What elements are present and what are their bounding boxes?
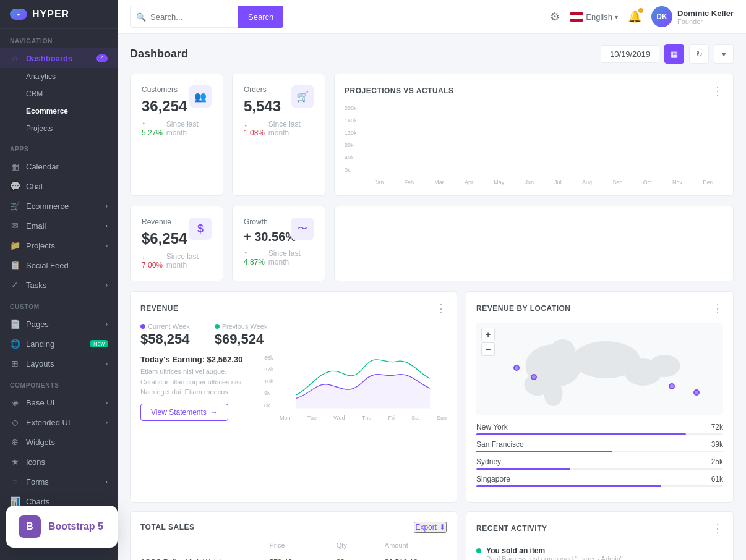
chevron-right-icon: › <box>106 360 108 367</box>
chevron-right-icon: › <box>106 478 108 485</box>
topbar: 🔍 Search ⚙ English ▾ 🔔 DK Dominic Keller… <box>118 0 746 34</box>
sidebar-item-chat[interactable]: 💬 Chat <box>0 176 118 196</box>
change-since: Since last month <box>268 120 314 137</box>
dot-green <box>215 324 220 329</box>
search-icon: 🔍 <box>136 12 146 22</box>
svg-point-5 <box>650 355 680 377</box>
landing-icon: 🌐 <box>10 339 20 349</box>
card-header: REVENUE ⋮ <box>140 302 447 315</box>
sidebar-item-projects-app[interactable]: 📁 Projects › <box>0 235 118 255</box>
sidebar-item-ecommerce[interactable]: Ecommerce <box>0 103 118 120</box>
sidebar-item-extended-ui[interactable]: ◇ Extended UI › <box>0 412 118 432</box>
bar-groups <box>364 105 723 173</box>
refresh-btn[interactable]: ↻ <box>689 44 709 64</box>
more-options-icon[interactable]: ⋮ <box>712 522 723 535</box>
sidebar-item-icons[interactable]: ★ Icons <box>0 452 118 472</box>
sidebar-item-dashboards[interactable]: ⌂ Dashboards 4 <box>0 48 118 68</box>
sidebar-item-base-ui[interactable]: ◈ Base UI › <box>0 392 118 412</box>
total-sales-title: TOTAL SALES <box>140 523 195 532</box>
sidebar-item-widgets[interactable]: ⊕ Widgets <box>0 432 118 452</box>
sidebar-item-crm[interactable]: CRM <box>0 85 118 103</box>
more-options-icon[interactable]: ⋮ <box>712 302 723 315</box>
location-bar <box>476 433 686 435</box>
sidebar-item-email[interactable]: ✉ Email › <box>0 216 118 235</box>
location-dot-ny <box>531 374 537 380</box>
location-bar-wrap <box>476 468 723 470</box>
sidebar-item-projects[interactable]: Projects <box>0 120 118 137</box>
user-profile[interactable]: DK Dominic Keller Founder <box>651 6 734 27</box>
sidebar-item-label: Projects <box>26 241 55 250</box>
download-icon: ⬇ <box>439 523 445 532</box>
bootstrap-text: Bootstrap 5 <box>48 521 103 532</box>
revenue-card-title: REVENUE <box>140 304 179 313</box>
projections-title: PROJECTIONS VS ACTUALS <box>345 87 454 95</box>
logo-text: HYPER <box>32 9 69 20</box>
y-label: 0k <box>264 402 280 409</box>
sidebar-item-label: Layouts <box>26 359 54 368</box>
earning-text: Etiam ultrices nisi vel augue. Curabitur… <box>140 367 252 397</box>
sidebar-item-social-feed[interactable]: 📋 Social Feed <box>0 255 118 275</box>
more-options-icon[interactable]: ⋮ <box>435 302 447 315</box>
col-price: Price <box>269 541 331 549</box>
sidebar-item-tasks[interactable]: ✓ Tasks › <box>0 275 118 295</box>
more-options-icon[interactable]: ⋮ <box>712 84 723 98</box>
notification-bell[interactable]: 🔔 <box>628 10 641 23</box>
revenue-card: REVENUE ⋮ Current Week $58,254 Previous … <box>130 291 457 503</box>
card-header: RECENT ACTIVITY ⋮ <box>476 522 723 535</box>
y-label: 200k <box>345 105 362 111</box>
svg-point-1 <box>551 339 575 362</box>
bootstrap-letter: B <box>26 521 33 532</box>
x-label: Apr <box>465 179 473 185</box>
search-button[interactable]: Search <box>238 6 283 28</box>
previous-week-label: Previous Week <box>215 323 268 330</box>
sidebar-item-analytics[interactable]: Analytics <box>0 68 118 85</box>
sidebar-item-label: Pages <box>26 320 49 329</box>
stat-card-growth: Growth + 30.56% ↑ 4.87% Since last month… <box>232 206 325 281</box>
settings-icon[interactable]: ⚙ <box>550 10 560 23</box>
filter-btn[interactable]: ▾ <box>714 44 734 64</box>
line-chart-y-axis: 36k 27k 18k 9k 0k <box>264 355 280 409</box>
location-item-ny: New York 72k <box>476 423 723 435</box>
nav-section-components: COMPONENTS <box>0 373 118 392</box>
bootstrap-popup[interactable]: B Bootstrap 5 <box>6 506 118 548</box>
calendar-btn[interactable]: ▦ <box>664 44 684 64</box>
x-label: Jul <box>554 179 562 185</box>
charts-icon: 📊 <box>10 496 20 506</box>
chevron-right-icon: › <box>106 321 108 328</box>
location-name: New York <box>476 423 508 431</box>
location-dot-sf <box>513 365 520 371</box>
stat-change: ↓ 7.00% Since last month <box>142 252 212 269</box>
y-label: 36k <box>264 355 280 361</box>
email-icon: ✉ <box>10 221 20 231</box>
chevron-down-icon: ▾ <box>615 14 618 20</box>
sidebar-item-landing[interactable]: 🌐 Landing New <box>0 334 118 354</box>
widgets-icon: ⊕ <box>10 437 20 447</box>
y-label: 9k <box>264 390 280 396</box>
x-label: Sat <box>411 415 420 421</box>
sidebar-item-forms[interactable]: ≡ Forms › <box>0 472 118 491</box>
sidebar-item-layouts[interactable]: ⊞ Layouts › <box>0 354 118 373</box>
earning-info: Today's Earning: $2,562.30 Etiam ultrice… <box>140 355 447 421</box>
x-label: Tue <box>307 415 317 421</box>
orders-icon: 🛒 <box>291 85 314 108</box>
user-text: Dominic Keller Founder <box>677 9 734 25</box>
x-label: Thu <box>362 415 372 421</box>
x-label: Mar <box>434 179 444 185</box>
search-input[interactable] <box>130 6 238 28</box>
language-label: English <box>586 12 612 22</box>
sidebar-item-ecommerce-app[interactable]: 🛒 Ecommerce › <box>0 196 118 216</box>
sidebar-item-calendar[interactable]: ▦ Calendar <box>0 156 118 176</box>
language-selector[interactable]: English ▾ <box>570 12 618 22</box>
activity-sub: Paul Burgess just purchased "Hyper - Adm… <box>486 555 623 560</box>
search-box: 🔍 Search <box>130 6 283 28</box>
sidebar-item-label: Ecommerce <box>26 202 69 211</box>
location-name: San Francisco <box>476 440 524 449</box>
view-statements-button[interactable]: View Statements → <box>140 404 228 421</box>
location-value: 39k <box>711 440 723 449</box>
location-list: New York 72k San Francisco 39k <box>476 423 723 487</box>
sidebar-item-pages[interactable]: 📄 Pages › <box>0 314 118 334</box>
previous-week-value: $69,524 <box>215 331 268 347</box>
card-header: PROJECTIONS VS ACTUALS ⋮ <box>345 84 723 98</box>
export-button[interactable]: Export ⬇ <box>414 522 447 533</box>
page-header-right: 10/19/2019 ▦ ↻ ▾ <box>601 44 734 64</box>
